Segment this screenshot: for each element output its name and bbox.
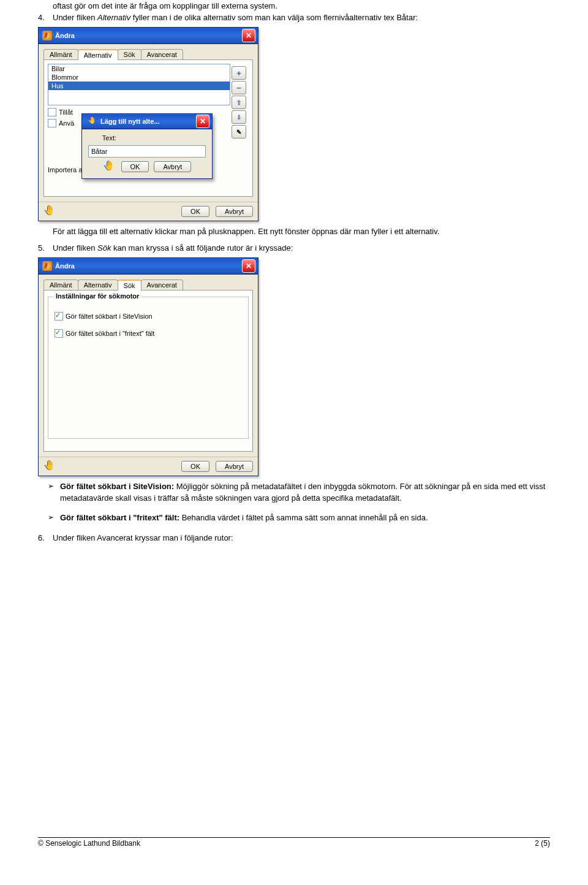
side-buttons: + − ⇧ ⇩ ✎: [232, 66, 246, 139]
bullet-item: Gör fältet sökbart i SiteVision: Möjligg…: [48, 481, 550, 504]
tab-avancerat[interactable]: Avancerat: [141, 49, 183, 60]
edit-window-2: Ändra ✕ Allmänt Alternativ Sök Avancerat…: [38, 257, 258, 476]
checkbox-fritext[interactable]: [55, 329, 63, 338]
tab-alternativ[interactable]: Alternativ: [78, 279, 118, 291]
cancel-button[interactable]: Avbryt: [216, 461, 253, 472]
tab-sok[interactable]: Sök: [118, 49, 141, 60]
list-item-6: 6. Under fliken Avancerat kryssar man i …: [38, 533, 550, 544]
window-footer: OK Avbryt: [39, 457, 258, 476]
tab-avancerat[interactable]: Avancerat: [141, 279, 183, 291]
tabs: Allmänt Alternativ Sök Avancerat: [43, 49, 253, 60]
ok-button[interactable]: OK: [181, 461, 209, 472]
checkbox-label: Tillåt: [59, 108, 73, 116]
tab-allmant[interactable]: Allmänt: [43, 49, 78, 60]
ok-button[interactable]: OK: [181, 206, 209, 217]
list-item-selected[interactable]: Hus: [48, 82, 230, 90]
checkbox-label: Anvä: [59, 120, 74, 127]
java-icon: [42, 31, 52, 40]
tab-alternativ[interactable]: Alternativ: [78, 49, 118, 60]
close-icon[interactable]: ✕: [242, 29, 255, 42]
tab-sok[interactable]: Sök: [118, 279, 141, 291]
checkbox-anva[interactable]: [48, 119, 56, 127]
remove-button[interactable]: −: [232, 81, 246, 94]
text-input[interactable]: [88, 145, 206, 158]
java-icon: [42, 261, 52, 271]
move-down-button[interactable]: ⇩: [232, 110, 246, 124]
continuation-text: oftast gör om det inte är fråga om koppl…: [53, 1, 550, 12]
checkbox-sitevision[interactable]: [55, 312, 63, 321]
window-footer: OK Avbryt: [39, 202, 258, 221]
checkbox-label: Gör fältet sökbart i "fritext" fält: [66, 330, 154, 337]
tab-allmant[interactable]: Allmänt: [43, 279, 78, 291]
text-label: Text:: [88, 134, 120, 142]
titlebar[interactable]: Ändra ✕: [39, 258, 258, 275]
item6-number: 6.: [38, 533, 53, 544]
item4-number: 4.: [38, 12, 53, 23]
edit-button[interactable]: ✎: [232, 125, 246, 139]
list-item[interactable]: Blommor: [48, 73, 230, 82]
add-button[interactable]: +: [232, 66, 246, 80]
search-settings-group: Inställningar för sökmotor Gör fältet sö…: [48, 297, 249, 439]
item5-text: Under fliken Sök kan man kryssa i så att…: [53, 243, 550, 254]
mid-paragraph: För att lägga till ett alternativ klicka…: [53, 226, 550, 237]
window-title: Ändra: [55, 32, 75, 39]
hand-icon: [103, 161, 116, 172]
item5-number: 5.: [38, 243, 53, 254]
close-icon[interactable]: ✕: [242, 259, 255, 273]
window-title: Ändra: [55, 262, 75, 270]
alternatives-listbox[interactable]: Bilar Blommor Hus: [48, 64, 230, 105]
tabs: Allmänt Alternativ Sök Avancerat: [43, 279, 253, 291]
add-item-dialog: Lägg till nytt alte... ✕ Text: OK Avbryt: [81, 113, 213, 179]
close-icon[interactable]: ✕: [196, 115, 209, 128]
bullet-item: Gör fältet sökbart i "fritext" fält: Beh…: [48, 512, 550, 524]
item4-text: Under fliken Alternativ fyller man i de …: [53, 12, 550, 23]
ok-button[interactable]: OK: [121, 161, 149, 172]
checkbox-label: Gör fältet sökbart i SiteVision: [66, 313, 153, 320]
bullet-list: Gör fältet sökbart i SiteVision: Möjligg…: [38, 481, 550, 525]
cancel-button[interactable]: Avbryt: [216, 206, 253, 217]
group-title: Inställningar för sökmotor: [53, 292, 141, 300]
move-up-button[interactable]: ⇧: [232, 96, 246, 109]
tab-pane-sok: Inställningar för sökmotor Gör fältet sö…: [43, 290, 253, 452]
hand-icon: [43, 461, 57, 472]
page-footer: © Senselogic Lathund Bildbank 2 (5): [38, 837, 550, 848]
dialog-title: Lägg till nytt alte...: [100, 118, 160, 125]
titlebar[interactable]: Ändra ✕: [39, 28, 258, 44]
checkbox-tillat[interactable]: [48, 108, 56, 116]
list-item[interactable]: Bilar: [48, 64, 230, 73]
list-item-4: 4. Under fliken Alternativ fyller man i …: [38, 12, 550, 23]
footer-left: © Senselogic Lathund Bildbank: [38, 839, 140, 848]
hand-icon: [43, 206, 57, 217]
titlebar[interactable]: Lägg till nytt alte... ✕: [82, 114, 212, 129]
item6-text: Under fliken Avancerat kryssar man i föl…: [53, 533, 550, 544]
footer-right: 2 (5): [535, 839, 550, 848]
hand-icon: [88, 118, 98, 126]
cancel-button[interactable]: Avbryt: [154, 161, 191, 172]
list-item-5: 5. Under fliken Sök kan man kryssa i så …: [38, 243, 550, 254]
edit-window-1: Ändra ✕ Allmänt Alternativ Sök Avancerat…: [38, 27, 258, 221]
